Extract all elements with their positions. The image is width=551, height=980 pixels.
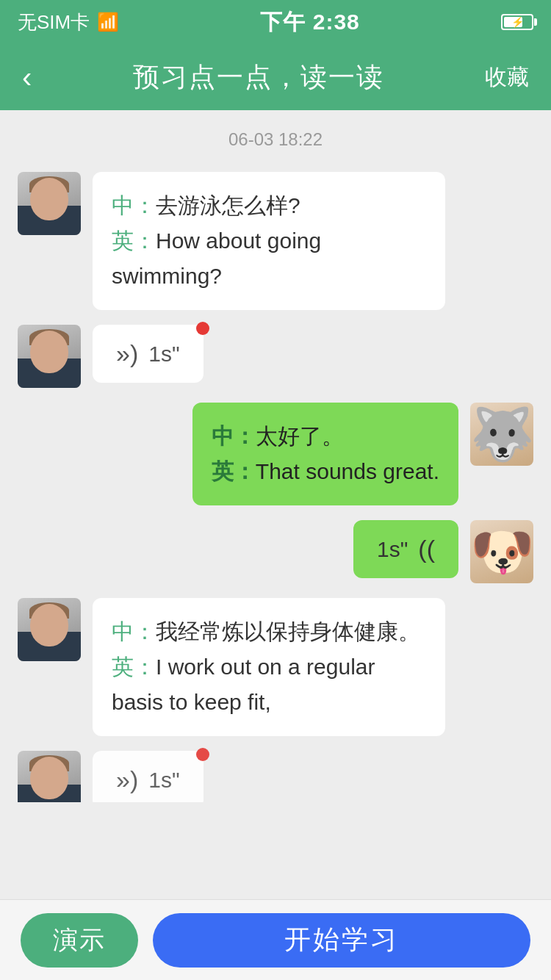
en-label-5: 英： [112, 655, 156, 679]
message-row-6: ») 1s" [0, 743, 551, 802]
message-row-5: 中：我经常炼以保持身体健康。 英：I work out on a regular… [0, 591, 551, 743]
carrier-text: 无SIM卡 [18, 10, 90, 35]
nav-bar: ‹ 预习点一点，读一读 收藏 [0, 44, 551, 110]
avatar-right-3: 🐺 [470, 403, 533, 466]
zh-label-5: 中： [112, 619, 156, 644]
message-row-4: 🐶 1s" (( [0, 513, 551, 591]
en-label-1: 英： [112, 228, 156, 253]
bubble-2[interactable]: ») 1s" [93, 325, 204, 383]
unread-dot-6 [196, 748, 209, 761]
message-row-3: 🐺 中：太好了。 英：That sounds great. [0, 395, 551, 513]
bookmark-button[interactable]: 收藏 [485, 62, 529, 93]
zh-text-3: 太好了。 [256, 424, 344, 448]
avatar-left-1 [18, 172, 81, 235]
zh-text-5: 我经常炼以保持身体健康。 [156, 619, 420, 644]
demo-button[interactable]: 演示 [21, 913, 138, 968]
avatar-left-5 [18, 598, 81, 661]
status-time: 下午 2:38 [260, 7, 359, 37]
bolt-icon: ⚡ [511, 16, 524, 28]
audio-play-icon: ») [116, 339, 138, 368]
zh-label-1: 中： [112, 193, 156, 217]
back-button[interactable]: ‹ [22, 62, 32, 92]
message-row-1: 中：去游泳怎么样? 英：How about going swimming? [0, 165, 551, 317]
bubble-1[interactable]: 中：去游泳怎么样? 英：How about going swimming? [93, 172, 445, 310]
bubble-3-en: 英：That sounds great. [212, 454, 439, 489]
bottom-bar: 演示 开始学习 [0, 899, 551, 980]
battery-icon: ⚡ [501, 14, 533, 30]
wifi-icon: 📶 [97, 12, 119, 32]
audio-duration-6: 1s" [148, 768, 179, 793]
bubble-3[interactable]: 中：太好了。 英：That sounds great. [192, 403, 458, 505]
audio-wave-icon: (( [418, 535, 435, 563]
avatar-left-6 [18, 751, 81, 802]
bubble-5-en: 英：I work out on a regular basis to keep … [112, 649, 426, 720]
bubble-5-zh: 中：我经常炼以保持身体健康。 [112, 614, 426, 649]
chat-area: 06-03 18:22 中：去游泳怎么样? 英：How about going … [0, 110, 551, 899]
audio-duration-2: 1s" [148, 342, 179, 367]
start-button[interactable]: 开始学习 [153, 913, 530, 968]
en-text-3: That sounds great. [256, 459, 439, 483]
page-title: 预习点一点，读一读 [133, 60, 384, 96]
status-right: ⚡ [501, 14, 533, 30]
bubble-5[interactable]: 中：我经常炼以保持身体健康。 英：I work out on a regular… [93, 598, 445, 736]
audio-play-icon-6: ») [116, 765, 138, 794]
status-bar: 无SIM卡 📶 下午 2:38 ⚡ [0, 0, 551, 44]
bubble-6[interactable]: ») 1s" [93, 751, 204, 802]
bubble-3-zh: 中：太好了。 [212, 419, 439, 454]
avatar-right-4: 🐶 [470, 520, 533, 583]
bubble-1-en: 英：How about going swimming? [112, 223, 426, 294]
avatar-left-2 [18, 325, 81, 388]
message-row-2: ») 1s" [0, 317, 551, 395]
unread-dot-2 [196, 322, 209, 335]
bubble-1-zh: 中：去游泳怎么样? [112, 188, 426, 223]
chat-timestamp: 06-03 18:22 [0, 110, 551, 165]
bubble-4[interactable]: 1s" (( [353, 520, 458, 578]
zh-label-3: 中： [212, 424, 256, 448]
en-label-3: 英： [212, 459, 256, 483]
status-left: 无SIM卡 📶 [18, 10, 119, 35]
audio-duration-4: 1s" [377, 537, 408, 562]
zh-text-1: 去游泳怎么样? [156, 193, 300, 217]
